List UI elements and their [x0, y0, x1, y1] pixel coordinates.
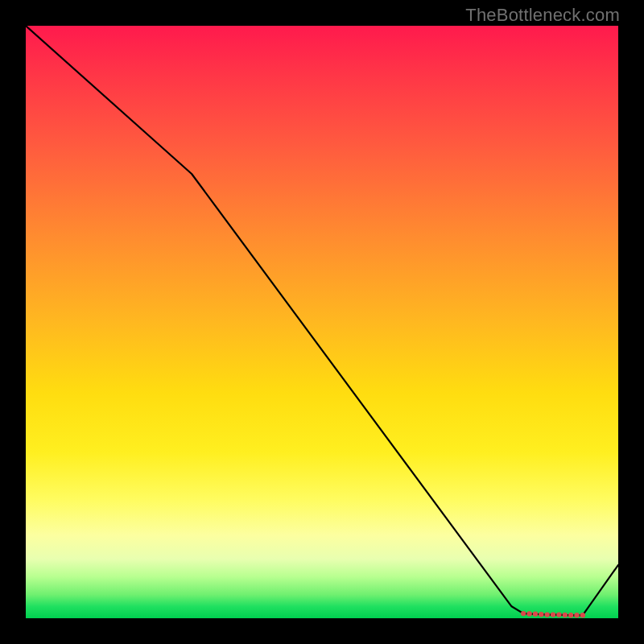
chart-frame: TheBottleneck.com: [0, 0, 644, 644]
marker-dot: [526, 611, 531, 616]
chart-svg: [26, 26, 618, 618]
watermark-text: TheBottleneck.com: [465, 5, 620, 26]
marker-dot: [533, 612, 538, 617]
marker-dot: [545, 612, 550, 617]
plot-area: [26, 26, 618, 618]
marker-dot: [568, 613, 573, 617]
marker-group: [521, 611, 585, 618]
marker-dot: [521, 611, 526, 616]
marker-dot: [574, 613, 579, 617]
data-curve: [26, 26, 618, 615]
marker-dot: [556, 612, 561, 617]
marker-dot: [563, 613, 568, 617]
marker-dot: [580, 613, 585, 617]
marker-dot: [551, 612, 555, 617]
marker-dot: [539, 612, 543, 617]
